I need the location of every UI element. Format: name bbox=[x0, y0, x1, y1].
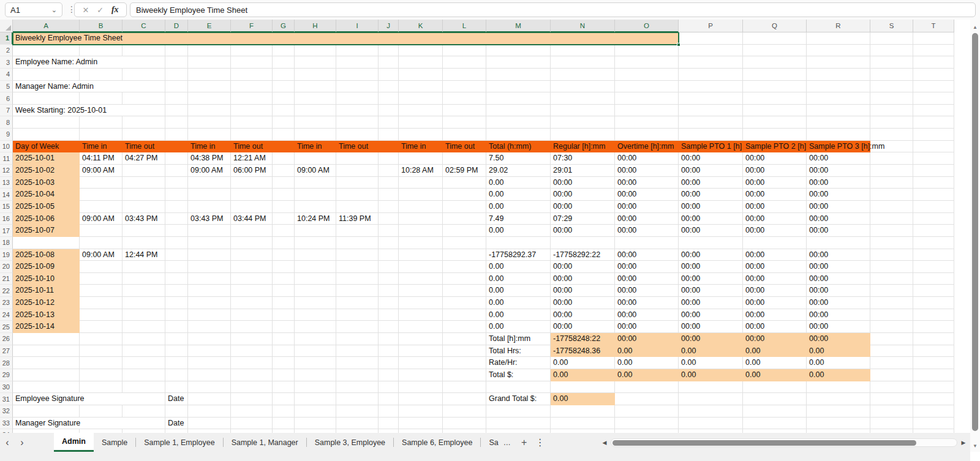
cell-H14[interactable] bbox=[295, 189, 336, 201]
cell-B10[interactable]: Time in bbox=[80, 141, 123, 153]
cell-S5[interactable] bbox=[870, 81, 913, 93]
cell-L29[interactable] bbox=[443, 369, 486, 381]
cell-Q29[interactable]: 0.00 bbox=[743, 369, 807, 381]
cell-M22[interactable]: 0.00 bbox=[486, 285, 551, 297]
cell-S23[interactable] bbox=[870, 297, 913, 309]
confirm-icon[interactable]: ✓ bbox=[97, 6, 104, 15]
cell-J16[interactable] bbox=[379, 213, 399, 225]
cell-G25[interactable] bbox=[273, 321, 295, 333]
cell-T32[interactable] bbox=[913, 405, 954, 418]
cell-F15[interactable] bbox=[231, 201, 273, 213]
cell-M25[interactable]: 0.00 bbox=[486, 321, 551, 333]
cell-P5[interactable] bbox=[679, 81, 743, 93]
column-header-B[interactable]: B bbox=[80, 20, 123, 32]
sheet-tab-sa[interactable]: Sa bbox=[481, 433, 498, 452]
cell-P11[interactable]: 00:00 bbox=[679, 152, 743, 165]
cell-F6[interactable] bbox=[231, 92, 273, 105]
cell-S21[interactable] bbox=[870, 273, 913, 285]
cell-P24[interactable]: 00:00 bbox=[679, 309, 743, 321]
cell-C32[interactable] bbox=[123, 405, 165, 418]
horizontal-scrollbar-thumb[interactable] bbox=[612, 440, 916, 446]
cell-K23[interactable] bbox=[399, 297, 443, 309]
cell-N33[interactable] bbox=[551, 418, 615, 430]
cell-R7[interactable] bbox=[807, 105, 870, 117]
cell-T18[interactable] bbox=[913, 237, 954, 249]
cell-G20[interactable] bbox=[273, 261, 295, 273]
cell-L26[interactable] bbox=[443, 333, 486, 345]
cell-E27[interactable] bbox=[188, 345, 231, 358]
cell-O5[interactable] bbox=[615, 81, 679, 93]
row-header-8[interactable]: 8 bbox=[0, 116, 13, 129]
cell-S20[interactable] bbox=[870, 261, 913, 273]
cell-D25[interactable] bbox=[165, 321, 188, 333]
cell-B24[interactable] bbox=[80, 309, 123, 321]
cell-S24[interactable] bbox=[870, 309, 913, 321]
cell-H30[interactable] bbox=[295, 381, 336, 394]
cell-B30[interactable] bbox=[80, 381, 123, 394]
cell-S7[interactable] bbox=[870, 105, 913, 117]
cell-B9[interactable] bbox=[80, 129, 123, 141]
cell-K27[interactable] bbox=[399, 345, 443, 358]
cell-E13[interactable] bbox=[188, 177, 231, 189]
cell-T20[interactable] bbox=[913, 261, 954, 273]
cell-E11[interactable]: 04:38 PM bbox=[188, 152, 231, 165]
row-header-13[interactable]: 13 bbox=[0, 177, 13, 189]
cell-E16[interactable]: 03:43 PM bbox=[188, 213, 231, 225]
cell-J33[interactable] bbox=[379, 418, 399, 430]
cell-N19[interactable]: -17758292:22 bbox=[551, 249, 615, 261]
cell-C21[interactable] bbox=[123, 273, 165, 285]
cell-O17[interactable]: 00:00 bbox=[615, 225, 679, 237]
cell-I32[interactable] bbox=[336, 405, 379, 418]
cell-P1[interactable] bbox=[679, 32, 743, 45]
sheet-tab-sample-1-employee[interactable]: Sample 1, Employee bbox=[136, 433, 222, 452]
column-header-P[interactable]: P bbox=[679, 20, 743, 32]
cell-J4[interactable] bbox=[379, 69, 399, 81]
cell-P17[interactable]: 00:00 bbox=[679, 225, 743, 237]
cell-Q8[interactable] bbox=[743, 116, 807, 129]
cell-L20[interactable] bbox=[443, 261, 486, 273]
row-header-6[interactable]: 6 bbox=[0, 92, 13, 105]
cell-H22[interactable] bbox=[295, 285, 336, 297]
cell-B15[interactable] bbox=[80, 201, 123, 213]
cell-L25[interactable] bbox=[443, 321, 486, 333]
cell-A22[interactable]: 2025-10-11 bbox=[13, 285, 80, 297]
cell-D26[interactable] bbox=[165, 333, 188, 345]
cell-K2[interactable] bbox=[399, 45, 443, 57]
cell-N13[interactable]: 00:00 bbox=[551, 177, 615, 189]
cell-L5[interactable] bbox=[443, 81, 486, 93]
cell-E19[interactable] bbox=[188, 249, 231, 261]
cell-I18[interactable] bbox=[336, 237, 379, 249]
cell-A17[interactable]: 2025-10-07 bbox=[13, 225, 80, 237]
cell-R28[interactable]: 0.00 bbox=[807, 357, 870, 369]
cell-B13[interactable] bbox=[80, 177, 123, 189]
cell-J12[interactable] bbox=[379, 165, 399, 177]
cell-H15[interactable] bbox=[295, 201, 336, 213]
cell-R3[interactable] bbox=[807, 56, 870, 69]
cell-R25[interactable]: 00:00 bbox=[807, 321, 870, 333]
cell-Q14[interactable]: 00:00 bbox=[743, 189, 807, 201]
cell-I6[interactable] bbox=[336, 92, 379, 105]
cell-Q10[interactable]: Sample PTO 2 [h]:mm bbox=[743, 141, 807, 153]
cell-J23[interactable] bbox=[379, 297, 399, 309]
cell-A14[interactable]: 2025-10-04 bbox=[13, 189, 80, 201]
column-header-K[interactable]: K bbox=[399, 20, 443, 32]
cell-C2[interactable] bbox=[123, 45, 165, 57]
cell-I5[interactable] bbox=[336, 81, 379, 93]
cell-N12[interactable]: 29:01 bbox=[551, 165, 615, 177]
cell-O4[interactable] bbox=[615, 69, 679, 81]
cell-F4[interactable] bbox=[231, 69, 273, 81]
cell-J10[interactable] bbox=[379, 141, 399, 153]
cell-A18[interactable] bbox=[13, 237, 80, 249]
cell-I31[interactable] bbox=[336, 393, 379, 405]
cell-N14[interactable]: 00:00 bbox=[551, 189, 615, 201]
cell-M11[interactable]: 7.50 bbox=[486, 152, 551, 165]
cell-P4[interactable] bbox=[679, 69, 743, 81]
cell-A16[interactable]: 2025-10-06 bbox=[13, 213, 80, 225]
cell-R12[interactable]: 00:00 bbox=[807, 165, 870, 177]
cell-T25[interactable] bbox=[913, 321, 954, 333]
cell-G32[interactable] bbox=[273, 405, 295, 418]
cell-B32[interactable] bbox=[80, 405, 123, 418]
cell-D4[interactable] bbox=[165, 69, 188, 81]
cell-I15[interactable] bbox=[336, 201, 379, 213]
cell-F19[interactable] bbox=[231, 249, 273, 261]
